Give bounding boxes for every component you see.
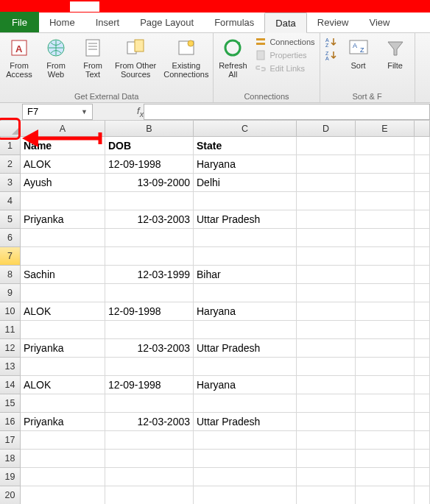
row-header[interactable]: 5 [0,210,21,229]
column-header-C[interactable]: C [194,121,297,137]
cell[interactable]: 12-09-1998 [105,376,194,394]
cell[interactable] [415,174,430,192]
cell[interactable] [415,155,430,174]
cell[interactable] [356,174,415,192]
cell[interactable] [297,450,356,468]
cell[interactable]: 13-09-2000 [105,174,194,192]
cell[interactable] [415,210,430,229]
from-other-sources-button[interactable]: From Other Sources [115,36,156,79]
cell[interactable] [297,376,356,394]
cell[interactable] [194,247,297,266]
sort-desc-button[interactable]: ZA [325,49,336,61]
cell[interactable] [415,247,430,266]
formula-bar[interactable] [144,104,430,120]
cell[interactable] [356,394,415,413]
cell[interactable] [194,450,297,468]
cell[interactable]: ALOK [21,376,105,394]
cell[interactable] [415,450,430,468]
cell[interactable] [105,358,194,376]
cell[interactable]: 12-09-1998 [105,155,194,174]
cell[interactable] [21,450,105,468]
cell[interactable]: DOB [105,137,194,155]
cell[interactable] [297,174,356,192]
refresh-all-button[interactable]: Refresh All [218,36,247,79]
cell[interactable] [297,284,356,302]
cell[interactable] [297,302,356,321]
cell[interactable] [21,229,105,247]
cell[interactable] [415,339,430,358]
cell[interactable] [21,284,105,302]
cell[interactable]: Priyanka [21,413,105,431]
cell[interactable] [415,376,430,394]
cell[interactable]: ALOK [21,302,105,321]
sort-button[interactable]: AZ Sort [344,36,373,70]
cell[interactable] [105,486,194,504]
name-box[interactable]: F7 ▼ [22,104,93,120]
cell[interactable]: 12-09-1998 [105,302,194,321]
quick-access-toolbar[interactable] [70,1,99,12]
cell[interactable]: Priyanka [21,210,105,229]
cell[interactable]: 12-03-1999 [105,266,194,284]
cell[interactable] [297,413,356,431]
cell[interactable] [415,302,430,321]
cell[interactable] [415,468,430,486]
spreadsheet-grid[interactable]: ABCDE 1NameDOBState2ALOK12-09-1998Haryan… [0,121,430,504]
cell[interactable] [105,192,194,210]
cell[interactable]: 12-03-2003 [105,210,194,229]
cell[interactable] [21,431,105,450]
cell[interactable] [415,394,430,413]
tab-page-layout[interactable]: Page Layout [130,12,204,32]
tab-home[interactable]: Home [39,12,85,32]
row-header[interactable]: 14 [0,376,21,394]
cell[interactable] [415,229,430,247]
cell[interactable] [21,192,105,210]
row-header[interactable]: 4 [0,192,21,210]
row-header[interactable]: 10 [0,302,21,321]
cell[interactable] [356,266,415,284]
cell[interactable] [297,394,356,413]
cell[interactable] [356,486,415,504]
cell[interactable]: Ayush [21,174,105,192]
cell[interactable]: State [194,137,297,155]
cell[interactable] [415,321,430,339]
row-header[interactable]: 6 [0,229,21,247]
cell[interactable]: Name [21,137,105,155]
cell[interactable] [356,413,415,431]
cell[interactable] [415,137,430,155]
from-web-button[interactable]: From Web [41,36,71,79]
cell[interactable] [415,284,430,302]
cell[interactable] [297,247,356,266]
cell[interactable] [194,394,297,413]
cell[interactable]: Uttar Pradesh [194,413,297,431]
cell[interactable] [21,486,105,504]
cell[interactable] [105,431,194,450]
cell[interactable]: Haryana [194,155,297,174]
row-header[interactable]: 7 [0,247,21,266]
cell[interactable] [356,137,415,155]
cell[interactable] [356,210,415,229]
cell[interactable]: 12-03-2003 [105,413,194,431]
cell[interactable] [105,229,194,247]
row-header[interactable]: 16 [0,413,21,431]
from-access-button[interactable]: AFrom Access [4,36,34,79]
connections-button[interactable]: Connections [255,36,314,48]
column-header-A[interactable]: A [21,121,105,137]
column-header-last[interactable] [415,121,430,137]
cell[interactable] [356,284,415,302]
filter-button[interactable]: Filte [381,36,410,70]
cell[interactable] [415,358,430,376]
cell[interactable] [297,321,356,339]
cell[interactable] [105,247,194,266]
cell[interactable] [356,468,415,486]
row-header[interactable]: 20 [0,486,21,504]
cell[interactable] [105,321,194,339]
row-header[interactable]: 12 [0,339,21,358]
cell[interactable] [297,266,356,284]
cell[interactable]: Haryana [194,376,297,394]
tab-review[interactable]: Review [307,12,359,32]
cell[interactable] [297,339,356,358]
fx-icon[interactable]: fx [137,105,144,118]
select-all-button[interactable] [0,121,21,137]
cell[interactable]: Uttar Pradesh [194,210,297,229]
row-header[interactable]: 19 [0,468,21,486]
